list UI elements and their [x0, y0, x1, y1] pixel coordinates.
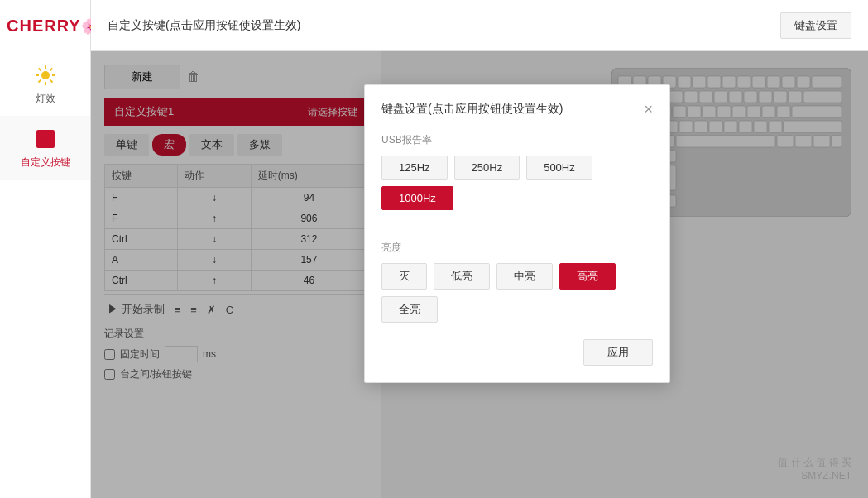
brightness-low-btn[interactable]: 低亮 — [434, 263, 490, 290]
sidebar: CHERRY 🌸 灯效 自定义按键 — [0, 0, 91, 498]
modal-footer: 应用 — [381, 339, 653, 366]
usb-125hz-btn[interactable]: 125Hz — [381, 156, 448, 180]
usb-500hz-btn[interactable]: 500Hz — [526, 156, 592, 180]
modal-title: 键盘设置(点击应用按钮使设置生效) — [381, 102, 563, 117]
brightness-full-btn[interactable]: 全亮 — [381, 296, 438, 323]
keyboard-settings-button[interactable]: 键盘设置 — [780, 12, 851, 39]
custom-key-icon — [32, 126, 59, 152]
modal-divider — [381, 227, 653, 227]
svg-line-6 — [50, 80, 52, 83]
modal-close-button[interactable]: × — [644, 102, 653, 117]
svg-point-0 — [41, 71, 50, 79]
svg-line-5 — [38, 69, 41, 71]
usb-section-label: USB报告率 — [381, 133, 653, 147]
light-effect-icon — [32, 62, 59, 89]
header: 自定义按键(点击应用按钮使设置生效) 键盘设置 — [91, 0, 868, 51]
usb-rate-options: 125Hz 250Hz 500Hz 1000Hz — [381, 156, 653, 210]
modal-header: 键盘设置(点击应用按钮使设置生效) × — [381, 102, 653, 117]
sidebar-label-custom-key: 自定义按键 — [21, 156, 70, 170]
modal-apply-button[interactable]: 应用 — [583, 339, 653, 366]
svg-line-7 — [50, 69, 52, 71]
brightness-options: 灭 低亮 中亮 高亮 全亮 — [381, 263, 653, 323]
logo-area: CHERRY 🌸 — [0, 8, 90, 52]
svg-line-8 — [38, 80, 41, 83]
brand-name: CHERRY — [7, 17, 81, 36]
usb-250hz-btn[interactable]: 250Hz — [454, 156, 520, 180]
brightness-section-label: 亮度 — [381, 241, 653, 255]
sidebar-item-custom-key[interactable]: 自定义按键 — [0, 116, 90, 180]
keyboard-settings-modal: 键盘设置(点击应用按钮使设置生效) × USB报告率 125Hz 250Hz 5… — [364, 84, 670, 383]
sidebar-label-light: 灯效 — [36, 92, 55, 106]
sidebar-item-light-effect[interactable]: 灯效 — [0, 52, 90, 116]
header-title: 自定义按键(点击应用按钮使设置生效) — [108, 18, 300, 33]
usb-1000hz-btn[interactable]: 1000Hz — [381, 186, 453, 210]
modal-overlay: 键盘设置(点击应用按钮使设置生效) × USB报告率 125Hz 250Hz 5… — [91, 51, 868, 498]
brightness-mid-btn[interactable]: 中亮 — [496, 263, 553, 290]
brightness-high-btn[interactable]: 高亮 — [559, 263, 616, 290]
main-area: 新建 🗑 自定义按键1 请选择按键 单键 宏 文本 多媒 按键 动作 延时(ms… — [91, 51, 868, 498]
header-icons: 键盘设置 — [780, 12, 851, 39]
brightness-off-btn[interactable]: 灭 — [381, 263, 427, 290]
